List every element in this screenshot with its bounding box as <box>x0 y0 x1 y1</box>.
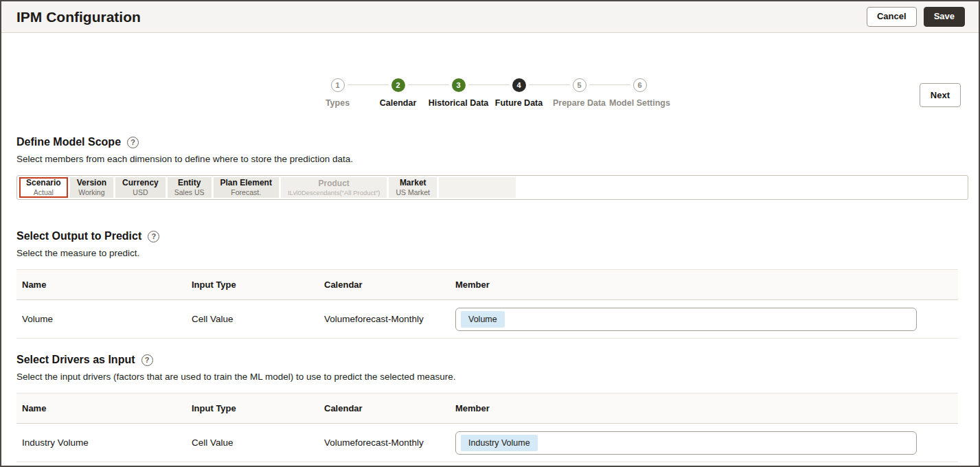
step-historical-data[interactable]: 3 Historical Data <box>429 78 489 108</box>
column-header-input-type: Input Type <box>186 394 319 423</box>
dimension-value: Sales US <box>174 188 205 197</box>
select-drivers-title: Select Drivers as Input <box>16 354 135 366</box>
select-drivers-head: Select Drivers as Input ? <box>16 354 964 366</box>
help-icon[interactable]: ? <box>127 137 139 148</box>
step-types-label: Types <box>326 98 350 108</box>
step-future-data-circle[interactable]: 4 <box>512 78 526 92</box>
step-model-settings-label: Model Settings <box>609 98 670 108</box>
define-model-scope-head: Define Model Scope ? <box>16 136 964 148</box>
dimension-tile-scenario[interactable]: Scenario Actual <box>19 177 68 198</box>
step-historical-data-label: Historical Data <box>429 98 489 108</box>
step-model-settings-circle: 6 <box>633 78 647 92</box>
drivers-table-header: Name Input Type Calendar Member <box>16 393 958 424</box>
dimension-name: Product <box>318 179 349 189</box>
cancel-button[interactable]: Cancel <box>867 7 917 27</box>
page-title: IPM Configuration <box>16 9 141 25</box>
step-future-data-label: Future Data <box>495 98 543 108</box>
output-table: Name Input Type Calendar Member Volume C… <box>16 269 958 339</box>
help-icon[interactable]: ? <box>148 231 159 242</box>
column-header-name: Name <box>16 270 186 299</box>
header-actions: Cancel Save <box>867 7 965 27</box>
dimension-value: Working <box>78 188 104 197</box>
dimension-name: Version <box>77 178 106 188</box>
step-historical-data-circle[interactable]: 3 <box>452 78 466 92</box>
dimension-tile-plan-element[interactable]: Plan Element Forecast. <box>214 177 279 198</box>
step-types: 1 Types <box>308 78 368 108</box>
dimension-value: Actual <box>34 188 54 197</box>
dimension-tile-empty <box>439 177 516 198</box>
dimension-tile-currency[interactable]: Currency USD <box>115 177 166 198</box>
cell-input-type: Cell Value <box>186 314 319 324</box>
cell-input-type: Cell Value <box>186 437 319 448</box>
dimension-tile-version[interactable]: Version Working <box>70 177 113 198</box>
define-model-scope-description: Select members from each dimension to de… <box>16 154 964 164</box>
step-model-settings: 6 Model Settings <box>610 78 670 108</box>
dimension-value: US Market <box>396 188 430 197</box>
dimension-name: Scenario <box>26 178 61 188</box>
dimension-bar: Scenario Actual Version Working Currency… <box>16 175 968 200</box>
select-output-head: Select Output to Predict ? <box>16 230 964 242</box>
cell-member: Volume <box>450 308 958 331</box>
select-output-description: Select the measure to predict. <box>16 248 964 258</box>
output-table-header: Name Input Type Calendar Member <box>16 269 958 300</box>
column-header-member: Member <box>450 270 958 299</box>
step-future-data[interactable]: 4 Future Data <box>489 78 549 108</box>
drivers-table: Name Input Type Calendar Member Industry… <box>16 393 958 462</box>
cell-name: Industry Volume <box>16 437 186 448</box>
member-chip[interactable]: Volume <box>461 311 505 328</box>
column-header-name: Name <box>16 394 186 423</box>
column-header-member: Member <box>450 394 958 423</box>
step-types-circle: 1 <box>331 78 345 92</box>
dimension-name: Plan Element <box>220 178 272 188</box>
help-icon[interactable]: ? <box>141 354 153 366</box>
ipm-configuration-window: IPM Configuration Cancel Save 1 Types 2 … <box>0 0 980 467</box>
dimension-name: Entity <box>178 178 201 188</box>
member-field[interactable]: Volume <box>455 308 917 331</box>
table-row: Volume Cell Value Volumeforecast-Monthly… <box>16 300 958 339</box>
step-prepare-data: 5 Prepare Data <box>549 78 610 108</box>
define-model-scope-title: Define Model Scope <box>16 136 121 148</box>
dimension-tile-entity[interactable]: Entity Sales US <box>168 177 212 198</box>
wizard-stepper: 1 Types 2 Calendar 3 Historical Data 4 F… <box>16 78 961 108</box>
dimension-value: USD <box>133 188 148 197</box>
dimension-tile-product: Product ILvl0Descendants("All Product") <box>281 177 387 198</box>
column-header-calendar: Calendar <box>319 394 450 423</box>
page-header: IPM Configuration Cancel Save <box>1 1 979 33</box>
step-prepare-data-label: Prepare Data <box>553 98 606 108</box>
dimension-tile-market[interactable]: Market US Market <box>389 177 437 198</box>
step-calendar[interactable]: 2 Calendar <box>368 78 429 108</box>
cell-member: Industry Volume <box>450 431 958 455</box>
column-header-calendar: Calendar <box>319 270 450 299</box>
cell-calendar: Volumeforecast-Monthly <box>319 437 450 448</box>
column-header-input-type: Input Type <box>186 270 319 299</box>
cell-name: Volume <box>16 314 186 324</box>
select-output-section: Select Output to Predict ? Select the me… <box>16 230 964 339</box>
wizard-stepper-row: 1 Types 2 Calendar 3 Historical Data 4 F… <box>16 71 961 115</box>
select-drivers-section: Select Drivers as Input ? Select the inp… <box>16 354 964 462</box>
dimension-name: Currency <box>122 178 159 188</box>
step-prepare-data-circle: 5 <box>573 78 586 92</box>
dimension-value: ILvl0Descendants("All Product") <box>288 189 380 197</box>
step-calendar-label: Calendar <box>380 98 417 108</box>
member-field[interactable]: Industry Volume <box>455 431 917 455</box>
table-row: Industry Volume Cell Value Volumeforecas… <box>16 424 958 462</box>
define-model-scope-section: Define Model Scope ? Select members from… <box>16 136 964 200</box>
select-drivers-description: Select the input drivers (factors that a… <box>16 372 964 382</box>
select-output-title: Select Output to Predict <box>16 230 141 242</box>
save-button[interactable]: Save <box>924 7 965 27</box>
cell-calendar: Volumeforecast-Monthly <box>319 314 450 324</box>
member-chip[interactable]: Industry Volume <box>461 435 538 451</box>
step-calendar-circle[interactable]: 2 <box>391 78 405 92</box>
dimension-name: Market <box>400 178 426 188</box>
next-button[interactable]: Next <box>920 83 961 107</box>
dimension-value: Forecast. <box>231 188 261 197</box>
